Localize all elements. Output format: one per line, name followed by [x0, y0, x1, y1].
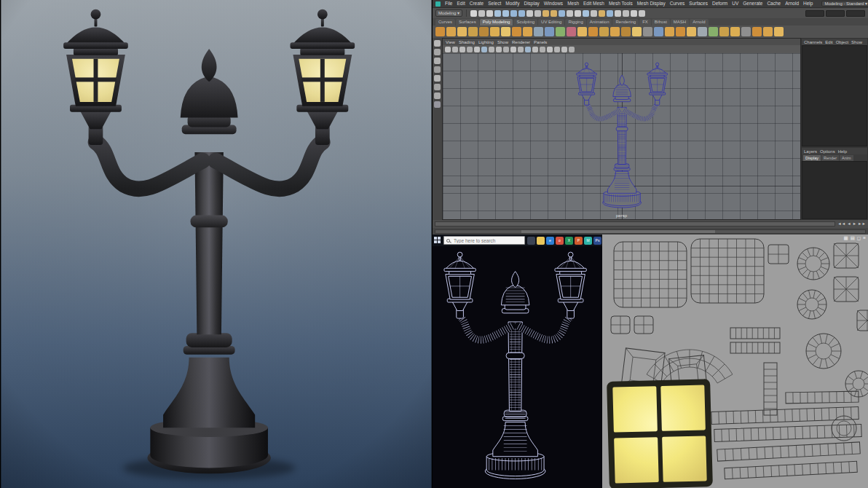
shelf-icon-14[interactable]: [577, 27, 587, 36]
photoshop-icon[interactable]: Ps: [593, 237, 601, 245]
status-icon-10[interactable]: [542, 10, 549, 17]
shelf-icon-29[interactable]: [741, 27, 751, 36]
shelf-tab-surfaces[interactable]: Surfaces: [456, 19, 479, 25]
shelf-icon-21[interactable]: [654, 27, 663, 36]
status-icon-4[interactable]: [494, 10, 501, 17]
status-icon-21[interactable]: [631, 10, 637, 17]
playback-button--[interactable]: ►►: [858, 220, 866, 228]
menu-help[interactable]: Help: [803, 0, 813, 7]
viewport-icon-2[interactable]: [452, 47, 458, 52]
panel-menu-lighting[interactable]: Lighting: [478, 40, 494, 44]
shelf-icon-17[interactable]: [610, 27, 620, 36]
shelf-icon-12[interactable]: [556, 27, 565, 36]
panel-menu-shading[interactable]: Shading: [459, 40, 475, 44]
shelf-icon-2[interactable]: [446, 27, 456, 36]
tool-icon-4[interactable]: [434, 66, 441, 73]
layer-menu-help[interactable]: Help: [838, 149, 847, 154]
tool-icon-8[interactable]: [434, 101, 441, 108]
shelf-icon-23[interactable]: [676, 27, 685, 36]
viewport-icon-12[interactable]: [525, 47, 531, 52]
status-icon-1[interactable]: [470, 10, 477, 17]
uv-checker-icon[interactable]: ▤: [851, 235, 855, 241]
shelf-tab-arnold[interactable]: Arnold: [690, 19, 708, 25]
shelf-tab-fx[interactable]: FX: [639, 19, 651, 25]
status-icon-9[interactable]: [534, 10, 541, 17]
panel-menu-show[interactable]: Show: [497, 40, 508, 44]
status-icon-22[interactable]: [639, 10, 645, 17]
shelf-icon-18[interactable]: [621, 27, 631, 36]
input-field-x[interactable]: [805, 10, 824, 17]
layer-menu-layers[interactable]: Layers: [804, 149, 817, 154]
status-icon-14[interactable]: [575, 10, 581, 17]
status-icon-2[interactable]: [478, 10, 485, 17]
menu-generate[interactable]: Generate: [743, 0, 762, 7]
shelf-tab-poly-modeling[interactable]: Poly Modeling: [480, 19, 513, 25]
shelf-icon-28[interactable]: [730, 27, 740, 36]
shelf-icon-5[interactable]: [479, 27, 489, 36]
shelf-icon-1[interactable]: [435, 27, 445, 36]
status-icon-17[interactable]: [599, 10, 605, 17]
shelf-tab-mash[interactable]: MASH: [671, 19, 689, 25]
shelf-tab-rendering[interactable]: Rendering: [612, 19, 639, 25]
tool-icon-1[interactable]: [434, 40, 441, 47]
playback-button--[interactable]: ►: [853, 220, 856, 228]
viewport-icon-10[interactable]: [510, 47, 516, 52]
status-icon-11[interactable]: [551, 10, 557, 17]
panel-menu-renderer[interactable]: Renderer: [512, 40, 530, 44]
menu-modify[interactable]: Modify: [505, 0, 519, 7]
menu-mesh-tools[interactable]: Mesh Tools: [609, 0, 633, 7]
menu-display[interactable]: Display: [524, 0, 539, 7]
viewport-icon-11[interactable]: [518, 47, 524, 52]
playback-button--[interactable]: ◄: [847, 220, 851, 228]
shelf-icon-16[interactable]: [599, 27, 609, 36]
status-icon-13[interactable]: [567, 10, 573, 17]
viewport[interactable]: persp: [443, 53, 800, 219]
shelf-tab-curves[interactable]: Curves: [435, 19, 455, 25]
channel-box-menu-channels[interactable]: Channels: [804, 40, 822, 44]
status-icon-7[interactable]: [518, 10, 525, 17]
viewport-icon-8[interactable]: [496, 47, 502, 52]
status-icon-16[interactable]: [591, 10, 597, 17]
shelf-icon-10[interactable]: [534, 27, 543, 36]
viewport-icon-14[interactable]: [540, 47, 545, 52]
viewport-icon-18[interactable]: [569, 47, 575, 52]
menu-uv[interactable]: UV: [732, 0, 738, 7]
viewport-icon-13[interactable]: [532, 47, 538, 52]
uv-menu-icon[interactable]: ≡: [863, 235, 866, 241]
shelf-tab-uv-editing[interactable]: UV Editing: [538, 19, 564, 25]
viewport-icon-1[interactable]: [445, 47, 451, 52]
shelf-icon-8[interactable]: [512, 27, 521, 36]
shelf-icon-24[interactable]: [687, 27, 696, 36]
shelf-icon-7[interactable]: [501, 27, 510, 36]
panel-menu-panels[interactable]: Panels: [534, 40, 547, 44]
tool-icon-2[interactable]: [434, 49, 441, 55]
search-input[interactable]: [444, 237, 524, 244]
chrome-icon[interactable]: o: [556, 237, 564, 245]
input-field-z[interactable]: [846, 10, 865, 17]
status-icon-15[interactable]: [583, 10, 589, 17]
layer-tab-display[interactable]: Display: [803, 155, 821, 161]
shelf-icon-19[interactable]: [632, 27, 642, 36]
status-icon-18[interactable]: [607, 10, 613, 17]
viewport-icon-16[interactable]: [554, 47, 560, 52]
excel-icon[interactable]: X: [565, 237, 573, 245]
range-slider-handle[interactable]: [521, 230, 715, 233]
tool-icon-7[interactable]: [434, 93, 441, 99]
shelf-icon-15[interactable]: [588, 27, 598, 36]
status-icon-8[interactable]: [526, 10, 533, 17]
shelf-icon-27[interactable]: [719, 27, 729, 36]
viewport-icon-3[interactable]: [459, 47, 465, 52]
channel-box-body[interactable]: [802, 45, 867, 146]
maya-icon[interactable]: M: [584, 237, 592, 245]
shelf-icon-32[interactable]: [774, 27, 784, 36]
menu-file[interactable]: File: [445, 0, 452, 7]
panel-menu-view[interactable]: View: [446, 40, 455, 44]
shelf-icon-3[interactable]: [457, 27, 467, 36]
shelf-icon-26[interactable]: [709, 27, 718, 36]
menu-mesh-display[interactable]: Mesh Display: [637, 0, 666, 7]
viewport-icon-6[interactable]: [481, 47, 487, 52]
channel-box-menu-edit[interactable]: Edit: [825, 40, 832, 44]
channel-box-menu-object[interactable]: Object: [836, 40, 848, 44]
shelf-tab-animation[interactable]: Animation: [587, 19, 612, 25]
shelf-icon-25[interactable]: [698, 27, 707, 36]
